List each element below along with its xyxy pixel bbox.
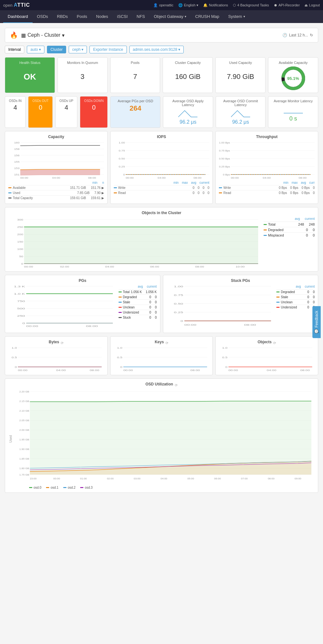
svg-text:04:00: 04:00 [56,369,66,372]
svg-text:1.00 Bps: 1.00 Bps [219,142,230,144]
osds-out-card: OSDs OUT 0 [28,96,53,128]
available-capacity-title: Available Capacity [272,61,315,65]
pgs-legend-unclean: Unclean 00 [119,305,157,310]
cluster-value[interactable]: ceph ▾ [69,46,87,53]
svg-text:0: 0 [22,322,25,325]
svg-text:2.15 GB: 2.15 GB [19,400,29,403]
svg-text:0 Bps: 0 Bps [223,174,230,176]
objects-small-chart-card: Objects ⟳ 1.0 0.5 0 00:00 04:00 08:00 [215,336,318,375]
osds-down-title: OSDs DOWN [84,99,104,103]
bell-icon: 🔔 [203,3,208,7]
svg-text:08:00: 08:00 [268,477,274,480]
stuck-pgs-content: 1.00 0.75 0.50 0.25 0 00:00 08:00 [166,285,315,330]
svg-text:1.0: 1.0 [117,346,122,349]
svg-text:10:00: 10:00 [236,265,245,268]
used-capacity-title: Used Capacity [219,61,262,65]
legend-row-total: Total Capacity 159.61 GiB159.61 ▶ [8,195,104,200]
pgs-legend-undersized: Undersized 00 [119,310,157,315]
svg-text:100: 100 [17,248,23,251]
svg-text:08:00: 08:00 [90,369,99,372]
globe-icon: 🌐 [178,3,183,7]
cluster-settings-icon: 🔥 [10,31,18,39]
svg-text:1.0 K: 1.0 K [14,292,25,295]
stuck-pgs-legend-unclean: Unclean 00 [276,299,315,305]
monitors-title: Monitors In Quorum [61,61,104,65]
throughput-chart-title: Throughput [219,135,315,139]
nav-object-gateway[interactable]: Object Gateway ▾ [150,10,191,23]
osds-up-title: OSDs UP [59,99,73,103]
svg-text:150: 150 [17,240,23,243]
logout-button[interactable]: ⏏ Logout [304,3,320,7]
language-selector[interactable]: 🌐 English ▾ [178,3,198,7]
capacity-svg: 160 158 156 155 153 151 00:00 04:00 08:0… [8,141,104,179]
osd-util-svg-area: 2.20 GB 2.15 GB 2.10 GB 2.05 GB 2.00 GB … [13,388,315,489]
svg-text:08:00: 08:00 [299,176,307,179]
objects-small-loading-icon: ⟳ [273,341,276,345]
monitors-card: Monitors In Quorum 3 [58,57,108,93]
nav-pools[interactable]: Pools [72,10,92,23]
user-menu[interactable]: 👤 openattic [153,3,173,7]
svg-text:0.5: 0.5 [12,356,17,359]
nav-iscsi[interactable]: iSCSI [112,10,132,23]
notifications-button[interactable]: 🔔 Notifications [203,3,228,7]
nav-osds[interactable]: OSDs [33,10,53,23]
logout-icon: ⏏ [304,3,308,7]
time-range-selector[interactable]: 🕐 Last 12 h... ↻ [282,33,313,37]
pools-card: Pools 7 [110,57,160,93]
svg-text:250: 250 [17,314,25,317]
osd-util-title: OSD Utilization [145,382,173,386]
avg-pgs-card: Average PGs per OSD 264 [110,96,160,128]
svg-text:156: 156 [14,154,19,157]
svg-text:04:00: 04:00 [161,477,167,480]
feedback-button[interactable]: 💬 Feedback [312,306,321,338]
pgs-chart-title: PGs [8,278,157,283]
exporter-filter[interactable]: Exporter Instance [89,46,127,53]
cluster-title[interactable]: ▦ Ceph - Cluster ▾ [21,32,65,38]
osd-util-legend-osd2: osd.2 [63,486,75,489]
svg-text:0.75: 0.75 [174,294,183,297]
pgs-legend-degraded: Degraded 00 [119,294,157,299]
exporter-value[interactable]: admin.ses.suse.com:9128 ▾ [129,46,184,53]
svg-text:0.5: 0.5 [117,356,122,359]
osd-util-content: Used 2.20 GB 2.15 GB 2.10 GB [8,388,315,489]
api-recorder-button[interactable]: ⏺ API-Recorder [274,3,300,7]
logo-attic: ATTIC [14,2,30,8]
svg-text:300: 300 [17,218,23,221]
nav-system[interactable]: System ▾ [224,10,249,23]
svg-text:0.50: 0.50 [174,302,183,305]
nav-crush-map[interactable]: CRUSH Map [191,10,224,23]
refresh-icon[interactable]: ↻ [310,33,313,37]
interval-filter[interactable]: Interval [5,46,24,53]
svg-text:250: 250 [17,226,23,229]
user-icon: 👤 [153,3,158,7]
stuck-pgs-svg: 1.00 0.75 0.50 0.25 0 00:00 08:00 [166,285,274,330]
svg-text:06:00: 06:00 [214,477,221,480]
nav-nfs[interactable]: NFS [132,10,150,23]
stuck-pgs-title: Stuck PGs [166,278,315,283]
capacity-legend-col-min: min [92,181,97,184]
keys-loading-icon: ⟳ [165,341,168,345]
pools-value: 7 [133,73,137,81]
capacity-legend-col-n: n [102,181,104,184]
svg-text:08:00: 08:00 [300,369,310,372]
svg-marker-63 [24,227,258,264]
top-bar: open ATTIC 👤 openattic 🌐 English ▾ 🔔 Not… [0,0,323,10]
svg-text:151: 151 [14,173,19,176]
main-charts-row: Capacity 160 158 156 155 153 151 [5,131,318,204]
cluster-filter[interactable]: Cluster [47,46,66,53]
health-status-value: OK [24,72,36,82]
health-status-card: Health Status OK [5,57,55,93]
nav-rbds[interactable]: RBDs [52,10,72,23]
svg-text:1.0: 1.0 [222,346,228,349]
interval-value[interactable]: auto ▾ [27,46,44,53]
objects-svg-area: 300 250 200 150 100 50 0 00:00 02:00 [8,217,260,268]
svg-text:00:00: 00:00 [184,323,196,326]
nav-nodes[interactable]: Nodes [92,10,113,23]
monitors-value: 3 [81,73,84,81]
background-tasks-button[interactable]: ⬡ 4 Background Tasks [233,3,269,7]
svg-text:500: 500 [17,307,25,310]
svg-text:0.75: 0.75 [119,149,125,152]
pgs-svg: 1.3 K 1.0 K 750 500 250 0 00:00 08:00 [8,285,116,330]
nav-dashboard[interactable]: Dashboard [3,10,33,23]
stuck-pgs-legend: avg current Degraded 00 Stale 00 Unclean… [276,285,315,330]
